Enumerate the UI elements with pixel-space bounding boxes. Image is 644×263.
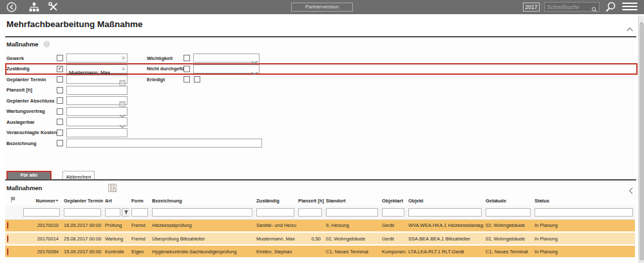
field-label: Veranschlagte Kosten: [6, 130, 57, 135]
column-header-standort[interactable]: Standort: [324, 195, 380, 206]
bezeichnung-checkbox[interactable]: [57, 140, 63, 146]
massnahmen-table: Nummer▲ Geplanter Termin Art Form Bezeic…: [5, 195, 635, 258]
chevron-down-icon: [251, 55, 258, 62]
filter-zustaendig-input[interactable]: [256, 208, 294, 217]
scrollbar-thumb[interactable]: [639, 23, 644, 260]
cell-gebaeude: 02, Wohngebäude: [484, 219, 533, 232]
wartungsvertrag-checkbox[interactable]: [57, 108, 63, 115]
filter-form-input[interactable]: [131, 208, 148, 217]
gewerk-checkbox[interactable]: [57, 55, 63, 61]
table-row[interactable]: 20170014 25.08.2017 00:00 Wartung Fremd …: [5, 232, 635, 245]
cell-art: Prüfung: [103, 219, 129, 232]
scroll-up-icon[interactable]: [639, 16, 644, 22]
menu-icon[interactable]: [622, 3, 638, 12]
form-right-column: Wichtigkeit Nicht durchgeführt E: [147, 54, 260, 86]
flag-icon: [10, 197, 16, 203]
column-header-nummer[interactable]: Nummer▲: [21, 195, 62, 206]
cell-standort: 9, Heizung: [324, 219, 380, 232]
cell-planzeit: 0,50: [296, 232, 324, 245]
page-title: Mehrfachbearbeitung Maßnahme: [6, 19, 143, 29]
form-row-zustaendig: Zuständig >: [6, 64, 636, 73]
column-header-bezeichnung[interactable]: Bezeichnung: [150, 195, 254, 206]
column-header-planzeit[interactable]: Planzeit [h]: [296, 195, 324, 206]
column-header-status[interactable]: Status: [533, 195, 635, 206]
tools-icon[interactable]: [48, 1, 59, 13]
veranschlagte-kosten-checkbox[interactable]: [57, 130, 63, 136]
bezeichnung-input[interactable]: [67, 143, 261, 151]
filter-standort-input[interactable]: [326, 208, 378, 217]
chevron-down-icon: [119, 109, 126, 115]
calendar-icon[interactable]: [119, 98, 126, 104]
vertical-scrollbar[interactable]: [638, 15, 644, 263]
chevron-right-icon[interactable]: >: [122, 55, 125, 62]
sort-asc-icon: ▲: [55, 198, 59, 202]
wichtigkeit-select[interactable]: [193, 54, 260, 63]
wichtigkeit-checkbox[interactable]: [184, 55, 190, 61]
table-section-title: Maßnahmen: [6, 184, 42, 191]
filter-art-input[interactable]: [105, 208, 120, 217]
auslagerbar-select[interactable]: [66, 117, 128, 126]
filter-objektart-input[interactable]: [382, 208, 404, 217]
wartungsvertrag-select[interactable]: [66, 107, 128, 116]
gewerk-picker: >: [66, 54, 128, 63]
zustaendig-checkbox[interactable]: [57, 66, 63, 72]
geplanter-abschluss-checkbox[interactable]: [57, 97, 63, 104]
back-icon[interactable]: [6, 1, 17, 13]
column-header-gebaeude[interactable]: Gebäude: [484, 195, 533, 206]
erledigt-checkbox-b[interactable]: [194, 76, 200, 83]
column-header-zustaendig[interactable]: Zuständig: [254, 195, 296, 206]
column-header-form[interactable]: Form: [129, 195, 150, 206]
cell-bezeichnung: Hygienekontrolle-Sachkundigenprüfung: [150, 245, 254, 258]
filter-dropdown-button[interactable]: [122, 208, 129, 217]
cell-objektart: Komponen...: [380, 245, 406, 258]
column-settings-icon[interactable]: [108, 183, 117, 193]
auslagerbar-checkbox[interactable]: [57, 119, 63, 125]
planzeit-checkbox[interactable]: [57, 87, 63, 93]
collapse-table-icon[interactable]: [629, 186, 634, 193]
cell-status: In Planung: [533, 232, 635, 245]
nicht-durchgefuehrt-checkbox[interactable]: [184, 66, 190, 72]
column-header-geplanter-termin[interactable]: Geplanter Termin: [62, 195, 103, 206]
field-label: Erledigt: [147, 77, 184, 83]
year-button[interactable]: 2017: [523, 3, 540, 12]
nicht-durchgefuehrt-select[interactable]: [193, 64, 260, 73]
chevron-right-icon[interactable]: >: [122, 66, 125, 73]
geplanter-termin-datefield: [66, 75, 128, 84]
search-icon[interactable]: [591, 4, 598, 10]
filter-status-input[interactable]: [535, 208, 633, 217]
geplanter-termin-checkbox[interactable]: [57, 76, 63, 83]
cell-flag: [5, 245, 21, 258]
filter-nummer-input[interactable]: [23, 208, 60, 217]
form-section-title: Maßnahme: [6, 41, 39, 48]
collapse-section-icon[interactable]: [626, 23, 634, 28]
form-row-nicht-durchgefuehrt: Nicht durchgeführt: [147, 64, 260, 73]
hierarchy-icon[interactable]: [28, 1, 40, 13]
gear-icon[interactable]: [43, 40, 51, 48]
cell-bezeichnung: Überprüfung Blitzableiter: [150, 232, 254, 245]
filter-objekt-input[interactable]: [408, 208, 482, 217]
field-label: Bezeichnung: [6, 141, 57, 146]
top-toolbar: Partnerversion 2017: [0, 0, 644, 14]
column-header-art[interactable]: Art: [103, 195, 129, 206]
field-label: Geplanter Abschluss: [6, 98, 57, 104]
column-header-objekt[interactable]: Objekt: [406, 195, 484, 206]
bezeichnung-field: [66, 139, 262, 148]
calendar-icon[interactable]: [119, 77, 126, 83]
advanced-search-icon[interactable]: [604, 1, 617, 14]
table-row[interactable]: 20170054 15.09.2017 00:00 Kontrolle Eige…: [5, 245, 635, 258]
column-header-objektart[interactable]: Objektart: [380, 195, 406, 206]
field-label: Planzeit [h]: [6, 87, 57, 93]
filter-planzeit-input[interactable]: [298, 208, 322, 217]
field-label: Gewerk: [6, 55, 57, 61]
filter-gebaeude-input[interactable]: [486, 208, 531, 217]
planzeit-field: [66, 86, 128, 95]
filter-bezeichnung-input[interactable]: [152, 208, 252, 217]
table-row[interactable]: 20170010 16.09.2017 00:00 Prüfung Fremd …: [5, 219, 635, 232]
erledigt-checkbox-a[interactable]: [184, 76, 190, 83]
partnerversion-button[interactable]: Partnerversion: [291, 3, 353, 12]
flag-column-header[interactable]: [5, 195, 21, 206]
quick-search-input[interactable]: [547, 3, 589, 11]
filter-termin-input[interactable]: [64, 208, 101, 217]
field-label: Zuständig: [6, 66, 57, 72]
cell-termin: 25.08.2017 00:00: [62, 232, 103, 245]
